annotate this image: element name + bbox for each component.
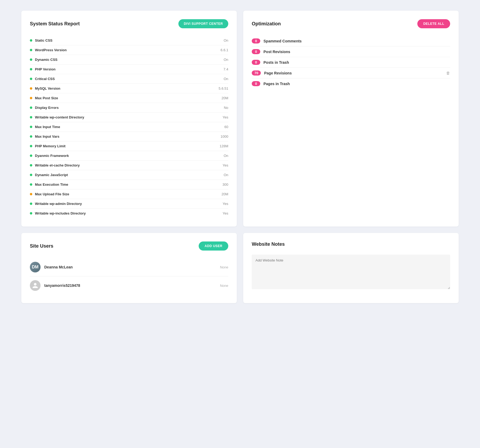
status-dot	[30, 193, 32, 195]
status-left: WordPress Version	[30, 48, 67, 52]
status-row: Max Execution Time 300	[30, 180, 228, 189]
status-row: Writable wp-admin Directory Yes	[30, 199, 228, 209]
status-label: Max Upload File Size	[35, 192, 69, 196]
status-label: Writable wp-admin Directory	[35, 202, 82, 206]
status-dot	[30, 87, 32, 90]
status-left: Max Upload File Size	[30, 192, 69, 196]
status-row: Dyanmic Framework On	[30, 151, 228, 161]
delete-all-button[interactable]: DELETE ALL	[417, 19, 450, 28]
status-label: Writable wp-content Directory	[35, 115, 84, 119]
optimization-badge: 0	[252, 81, 260, 86]
optimization-rows: 0 Spammed Comments 0 Post Revisions 0 Po…	[252, 36, 450, 89]
status-dot	[30, 78, 32, 80]
status-row: PHP Memory Limit 128M	[30, 141, 228, 151]
status-left: Max Input Vars	[30, 134, 59, 138]
status-row: Max Upload File Size 20M	[30, 189, 228, 199]
add-user-button[interactable]: ADD USER	[199, 241, 228, 251]
status-row: Writable wp-content Directory Yes	[30, 113, 228, 122]
status-dot	[30, 174, 32, 176]
status-left: Writable wp-admin Directory	[30, 202, 82, 206]
status-dot	[30, 106, 32, 109]
status-dot	[30, 145, 32, 147]
status-row: Dynamic JavaScript On	[30, 170, 228, 180]
status-value: On	[224, 58, 228, 62]
optimization-label: Pages in Trash	[263, 82, 450, 86]
status-value: 7.4	[223, 67, 228, 71]
site-users-card: Site Users ADD USER DM Deanna McLean Non…	[21, 233, 237, 303]
system-status-card: System Status Report DIVI SUPPORT CENTER…	[21, 11, 237, 227]
website-notes-title: Website Notes	[252, 241, 285, 247]
user-row: tanyamorris5219478 None	[30, 276, 228, 295]
trash-icon[interactable]: 🗑	[446, 71, 450, 75]
status-value: 60	[225, 125, 228, 129]
status-left: Max Input Time	[30, 125, 60, 129]
system-status-rows: Static CSS On WordPress Version 6.6.1 Dy…	[30, 36, 228, 218]
status-label: Max Input Vars	[35, 134, 59, 138]
divi-support-center-button[interactable]: DIVI SUPPORT CENTER	[178, 19, 228, 28]
status-value: On	[224, 38, 228, 42]
status-left: Static CSS	[30, 38, 53, 42]
website-notes-card: Website Notes	[243, 233, 459, 303]
status-left: Max Execution Time	[30, 183, 68, 187]
system-status-title: System Status Report	[30, 21, 80, 27]
user-row: DM Deanna McLean None	[30, 258, 228, 276]
optimization-badge: 0	[252, 60, 260, 65]
status-label: PHP Memory Limit	[35, 144, 66, 148]
status-dot	[30, 68, 32, 70]
status-dot	[30, 58, 32, 61]
status-left: Dynamic JavaScript	[30, 173, 68, 177]
status-left: Dyanmic Framework	[30, 154, 69, 158]
optimization-title: Optimization	[252, 21, 281, 27]
status-value: 6.6.1	[221, 48, 228, 52]
status-dot	[30, 164, 32, 166]
status-row: Writable et-cache Directory Yes	[30, 161, 228, 170]
avatar: DM	[30, 262, 41, 272]
optimization-label: Post Revisions	[263, 50, 450, 54]
status-left: Writable wp-includes Directory	[30, 211, 86, 215]
status-value: On	[224, 173, 228, 177]
status-label: Dynamic JavaScript	[35, 173, 68, 177]
optimization-label: Page Revisions	[264, 71, 443, 75]
status-dot	[30, 126, 32, 128]
status-label: Max Execution Time	[35, 183, 68, 187]
user-role: None	[220, 265, 228, 269]
status-label: Display Errors	[35, 106, 59, 110]
status-left: PHP Memory Limit	[30, 144, 66, 148]
status-label: Writable et-cache Directory	[35, 163, 80, 167]
site-users-header: Site Users ADD USER	[30, 241, 228, 251]
status-label: Dynamic CSS	[35, 58, 58, 62]
status-left: Critical CSS	[30, 77, 55, 81]
status-label: MySQL Version	[35, 86, 60, 90]
user-name: Deanna McLean	[44, 265, 216, 269]
optimization-row: 0 Spammed Comments	[252, 36, 450, 46]
users-list: DM Deanna McLean None tanyamorris5219478…	[30, 258, 228, 295]
status-label: Max Post Size	[35, 96, 58, 100]
status-left: Writable wp-content Directory	[30, 115, 84, 119]
optimization-row: 70 Page Revisions 🗑	[252, 68, 450, 78]
optimization-header: Optimization DELETE ALL	[252, 19, 450, 28]
website-notes-textarea[interactable]	[252, 255, 450, 289]
status-value: 20M	[222, 96, 228, 100]
status-value: 300	[222, 183, 228, 187]
user-role: None	[220, 284, 228, 288]
status-dot	[30, 135, 32, 138]
status-label: Static CSS	[35, 38, 53, 42]
status-dot	[30, 203, 32, 205]
optimization-row: 0 Post Revisions	[252, 46, 450, 57]
status-row: WordPress Version 6.6.1	[30, 45, 228, 55]
status-dot	[30, 183, 32, 186]
optimization-label: Spammed Comments	[263, 39, 450, 43]
status-row: Display Errors No	[30, 103, 228, 113]
optimization-badge: 0	[252, 38, 260, 43]
system-status-header: System Status Report DIVI SUPPORT CENTER	[30, 19, 228, 28]
status-value: Yes	[223, 202, 228, 206]
status-value: On	[224, 77, 228, 81]
status-value: 1000	[221, 134, 228, 138]
avatar	[30, 280, 41, 291]
status-row: Max Post Size 20M	[30, 93, 228, 103]
status-row: MySQL Version 5.6.51	[30, 84, 228, 93]
optimization-label: Posts in Trash	[263, 60, 450, 65]
status-value: 5.6.51	[219, 86, 228, 90]
status-row: Dynamic CSS On	[30, 55, 228, 65]
status-left: PHP Version	[30, 67, 55, 71]
